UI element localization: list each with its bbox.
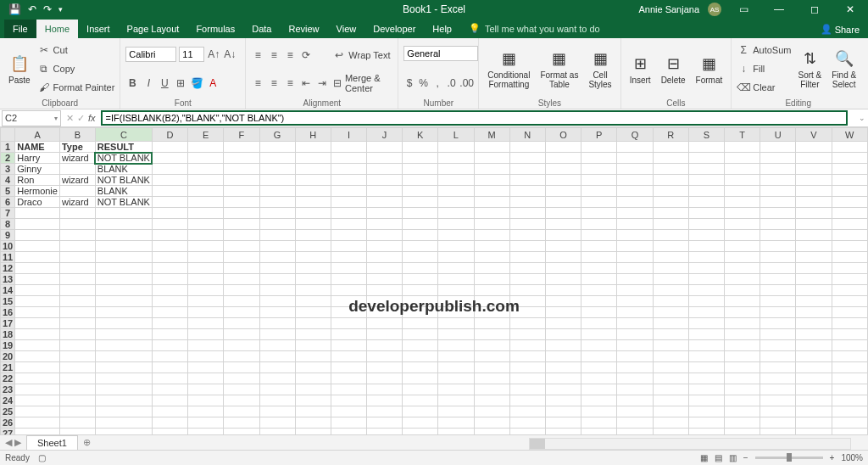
- cell[interactable]: [59, 395, 95, 406]
- cell[interactable]: [59, 219, 95, 230]
- cell[interactable]: [295, 274, 331, 285]
- cell[interactable]: [295, 318, 331, 329]
- cell[interactable]: [581, 329, 617, 340]
- cell[interactable]: [403, 252, 438, 263]
- cell[interactable]: [760, 230, 796, 241]
- cell[interactable]: [59, 373, 95, 384]
- column-header[interactable]: N: [509, 128, 545, 142]
- cell[interactable]: [188, 252, 224, 263]
- cell[interactable]: [331, 406, 366, 417]
- cell[interactable]: [403, 208, 438, 219]
- cell[interactable]: [617, 395, 653, 406]
- cell[interactable]: [15, 285, 60, 296]
- cell[interactable]: [152, 406, 187, 417]
- cell[interactable]: [438, 395, 474, 406]
- cell[interactable]: [295, 164, 331, 175]
- zoom-in-icon[interactable]: +: [830, 453, 835, 462]
- normal-view-icon[interactable]: ▦: [700, 453, 708, 462]
- cell[interactable]: [545, 263, 581, 274]
- cell[interactable]: [188, 373, 224, 384]
- row-header[interactable]: 7: [1, 208, 15, 219]
- cell[interactable]: [188, 417, 224, 429]
- cell[interactable]: [224, 263, 259, 274]
- cell[interactable]: [474, 351, 509, 362]
- cell[interactable]: [617, 241, 653, 252]
- cell[interactable]: [152, 340, 187, 351]
- cell[interactable]: [724, 230, 760, 241]
- cell[interactable]: [367, 252, 403, 263]
- cell[interactable]: [367, 241, 403, 252]
- cell[interactable]: [367, 219, 403, 230]
- cell[interactable]: [653, 285, 688, 296]
- cell[interactable]: [95, 406, 152, 417]
- cell[interactable]: [152, 142, 187, 153]
- cell[interactable]: [760, 219, 796, 230]
- cell[interactable]: [438, 164, 474, 175]
- cell[interactable]: [152, 263, 187, 274]
- tab-data[interactable]: Data: [243, 20, 280, 38]
- cell[interactable]: [95, 351, 152, 362]
- cell[interactable]: [581, 296, 617, 307]
- cell[interactable]: [403, 373, 438, 384]
- column-header[interactable]: H: [295, 128, 331, 142]
- cell[interactable]: [259, 197, 295, 208]
- cell[interactable]: [509, 329, 545, 340]
- cell[interactable]: [188, 395, 224, 406]
- cell[interactable]: [15, 406, 60, 417]
- cell[interactable]: [331, 153, 366, 164]
- cell[interactable]: [331, 285, 366, 296]
- cell[interactable]: [796, 142, 832, 153]
- cell[interactable]: Hermonie: [15, 186, 60, 197]
- expand-formula-bar-icon[interactable]: ⌄: [856, 114, 868, 122]
- page-layout-view-icon[interactable]: ▤: [715, 453, 722, 462]
- cell[interactable]: [474, 164, 509, 175]
- cell[interactable]: [259, 329, 295, 340]
- cell[interactable]: [259, 164, 295, 175]
- row-header[interactable]: 19: [1, 340, 15, 351]
- cell[interactable]: [688, 373, 724, 384]
- cell[interactable]: [59, 329, 95, 340]
- cell[interactable]: [295, 208, 331, 219]
- cell[interactable]: [15, 362, 60, 373]
- cell[interactable]: [545, 362, 581, 373]
- column-header[interactable]: B: [59, 128, 95, 142]
- cell[interactable]: [15, 351, 60, 362]
- row-header[interactable]: 3: [1, 164, 15, 175]
- cell[interactable]: [259, 373, 295, 384]
- cell[interactable]: [188, 340, 224, 351]
- cell[interactable]: [438, 208, 474, 219]
- cell[interactable]: [403, 285, 438, 296]
- cell[interactable]: [509, 175, 545, 186]
- cell[interactable]: [796, 318, 832, 329]
- cell[interactable]: [15, 340, 60, 351]
- cell[interactable]: [474, 274, 509, 285]
- cell[interactable]: [653, 362, 688, 373]
- row-header[interactable]: 6: [1, 197, 15, 208]
- cell[interactable]: [688, 175, 724, 186]
- decrease-indent-icon[interactable]: ⇤: [299, 77, 313, 89]
- column-header[interactable]: S: [688, 128, 724, 142]
- cell[interactable]: [259, 263, 295, 274]
- cell[interactable]: [15, 274, 60, 285]
- cell[interactable]: [259, 230, 295, 241]
- cell[interactable]: RESULT: [95, 142, 152, 153]
- cell[interactable]: [760, 384, 796, 395]
- cell[interactable]: [760, 186, 796, 197]
- row-header[interactable]: 21: [1, 362, 15, 373]
- cell[interactable]: [832, 362, 867, 373]
- cell[interactable]: [152, 175, 187, 186]
- row-header[interactable]: 13: [1, 274, 15, 285]
- cell[interactable]: [617, 384, 653, 395]
- cell[interactable]: [15, 219, 60, 230]
- cell[interactable]: [796, 362, 832, 373]
- cell[interactable]: [59, 285, 95, 296]
- cell[interactable]: [152, 285, 187, 296]
- copy-button[interactable]: ⧉Copy: [37, 60, 115, 77]
- cell[interactable]: [617, 186, 653, 197]
- sort-filter-button[interactable]: ⇅Sort & Filter: [794, 41, 825, 97]
- column-header[interactable]: D: [152, 128, 187, 142]
- cell[interactable]: [367, 296, 403, 307]
- row-header[interactable]: 16: [1, 307, 15, 318]
- cell[interactable]: [59, 164, 95, 175]
- cell[interactable]: [367, 329, 403, 340]
